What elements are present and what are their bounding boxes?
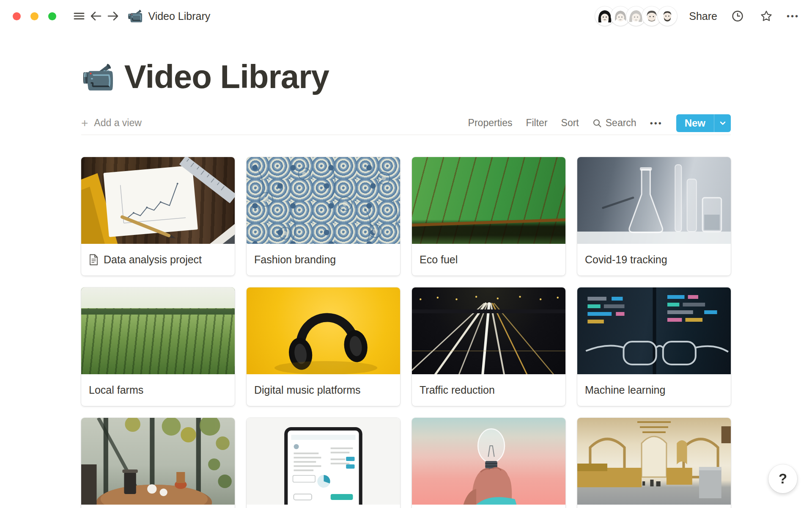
share-button[interactable]: Share	[689, 10, 717, 22]
gallery-card-data-analysis[interactable]: Data analysis project	[81, 157, 235, 276]
page-icon-video-camera[interactable]: 📹	[81, 64, 115, 91]
gallery-card-machine-learning[interactable]: Machine learning	[577, 287, 731, 406]
arrow-left-icon	[89, 9, 103, 23]
card-title: Data analysis project	[104, 254, 202, 266]
card-title-row: Data analysis project	[81, 244, 235, 276]
card-title: Machine learning	[585, 384, 665, 396]
gallery-card-tablet-dashboard[interactable]	[247, 418, 400, 508]
gallery-grid: Data analysis project Fashion branding	[81, 157, 731, 508]
gallery-card-fashion-branding[interactable]: Fashion branding	[247, 157, 400, 276]
new-split-button: New	[676, 114, 731, 132]
new-button[interactable]: New	[676, 114, 714, 132]
thumbnail-code-screens-glasses-image	[577, 287, 731, 374]
view-more-options-button[interactable]: •••	[650, 119, 663, 127]
thumbnail-greenhouse-cafe-image	[81, 418, 235, 505]
add-view-label: Add a view	[94, 117, 142, 129]
page-icon	[89, 254, 99, 265]
window-topbar: 📹 Video Library Share	[0, 0, 812, 32]
gallery-card-eco-fuel[interactable]: Eco fuel	[412, 157, 565, 276]
chevron-down-icon	[719, 120, 727, 127]
search-icon	[593, 119, 602, 128]
gallery-card-lightbulb[interactable]	[412, 418, 565, 508]
more-options-button[interactable]: •••	[787, 12, 799, 20]
gallery-card-covid-tracking[interactable]: Covid-19 tracking	[577, 157, 731, 276]
thumbnail-data-analysis-desk-image	[81, 157, 235, 244]
plus-icon: +	[81, 116, 88, 130]
back-button[interactable]	[88, 8, 104, 25]
star-icon	[760, 9, 773, 23]
breadcrumb-title: Video Library	[148, 10, 210, 22]
favorite-button[interactable]	[758, 8, 775, 25]
breadcrumb[interactable]: 📹 Video Library	[127, 10, 210, 22]
thumbnail-night-highway-image	[412, 287, 565, 374]
card-title-row	[247, 505, 400, 508]
thumbnail-headphones-image	[247, 287, 400, 374]
thumbnail-farm-field-image	[81, 287, 235, 374]
help-button[interactable]: ?	[768, 464, 797, 493]
card-title-row: Machine learning	[577, 374, 731, 406]
close-window-button[interactable]	[13, 12, 21, 20]
thumbnail-church-interior-image	[577, 418, 731, 505]
page-content: 📹 Video Library + Add a view Properties …	[81, 58, 731, 508]
collaborator-avatars	[595, 6, 677, 26]
sort-button[interactable]: Sort	[561, 117, 579, 129]
card-title: Traffic reduction	[420, 384, 495, 396]
forward-button[interactable]	[104, 8, 121, 25]
gallery-card-traffic-reduction[interactable]: Traffic reduction	[412, 287, 565, 406]
view-toolbar: + Add a view Properties Filter Sort Sear…	[81, 116, 731, 135]
avatar-man-beard[interactable]	[658, 6, 677, 26]
video-camera-icon: 📹	[127, 10, 143, 22]
card-title-row: Eco fuel	[412, 244, 565, 276]
updates-button[interactable]	[729, 8, 746, 25]
topbar-actions: Share •••	[595, 6, 799, 26]
gallery-card-greenhouse[interactable]	[81, 418, 235, 508]
card-title-row: Fashion branding	[247, 244, 400, 276]
card-title: Local farms	[89, 384, 143, 396]
thumbnail-blue-floral-pattern-image	[247, 157, 400, 244]
card-title: Covid-19 tracking	[585, 254, 667, 266]
zoom-window-button[interactable]	[48, 12, 56, 20]
arrow-right-icon	[106, 9, 120, 23]
minimize-window-button[interactable]	[30, 12, 38, 20]
search-button[interactable]: Search	[593, 117, 636, 129]
add-view-button[interactable]: + Add a view	[81, 116, 142, 130]
search-label: Search	[606, 117, 636, 129]
gallery-card-church-interior[interactable]	[577, 418, 731, 508]
card-title-row: Local farms	[81, 374, 235, 406]
window-controls	[13, 12, 56, 20]
gallery-card-local-farms[interactable]: Local farms	[81, 287, 235, 406]
card-title-row	[412, 505, 565, 508]
hamburger-icon	[72, 9, 86, 23]
card-title: Digital music platforms	[254, 384, 360, 396]
card-title-row: Traffic reduction	[412, 374, 565, 406]
card-title-row	[81, 505, 235, 508]
thumbnail-tablet-dashboard-image	[247, 418, 400, 505]
card-title: Fashion branding	[254, 254, 336, 266]
clock-icon	[731, 10, 744, 22]
page-header: 📹 Video Library	[81, 58, 731, 96]
thumbnail-lab-glassware-image	[577, 157, 731, 244]
thumbnail-green-leaf-image	[412, 157, 565, 244]
card-title-row	[577, 505, 731, 508]
gallery-card-digital-music[interactable]: Digital music platforms	[247, 287, 400, 406]
card-title-row: Digital music platforms	[247, 374, 400, 406]
sidebar-menu-button[interactable]	[71, 8, 88, 25]
card-title: Eco fuel	[420, 254, 458, 266]
page-title[interactable]: Video Library	[124, 58, 329, 96]
new-dropdown-button[interactable]	[714, 114, 731, 132]
thumbnail-hand-lightbulb-image	[412, 418, 565, 505]
properties-button[interactable]: Properties	[468, 117, 513, 129]
filter-button[interactable]: Filter	[526, 117, 547, 129]
view-toolbar-actions: Properties Filter Sort Search ••• New	[468, 114, 731, 132]
leaf-midrib	[412, 218, 565, 227]
card-title-row: Covid-19 tracking	[577, 244, 731, 276]
